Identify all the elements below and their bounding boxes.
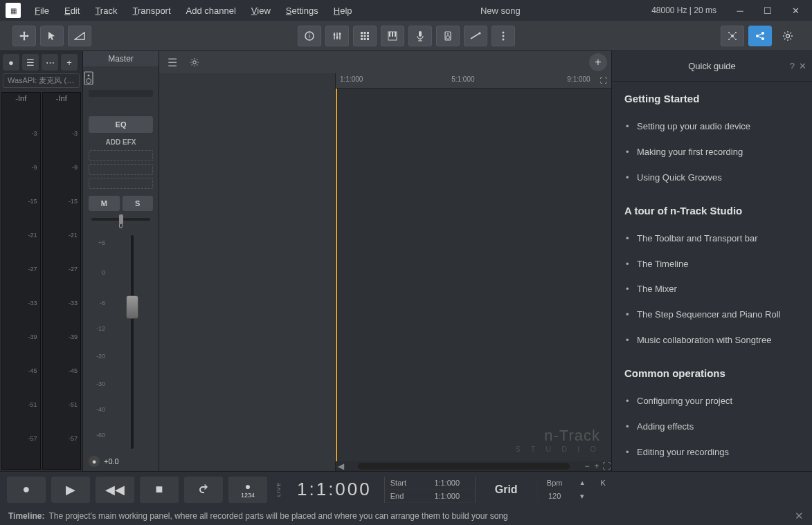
menu-help[interactable]: Help	[327, 3, 359, 19]
bpm-up-button[interactable]: ▲	[572, 477, 593, 490]
zoom-fit-button[interactable]: ⛶	[597, 75, 610, 86]
bpm-value[interactable]: 120	[537, 490, 572, 503]
svg-rect-12	[363, 38, 366, 40]
svg-point-32	[761, 32, 764, 35]
maximize-button[interactable]: ☐	[754, 0, 782, 21]
piano-roll-button[interactable]	[381, 26, 404, 46]
svg-point-2	[333, 33, 335, 35]
start-value[interactable]: 1:1:000	[419, 477, 475, 490]
rewind-button[interactable]: ◀◀	[96, 477, 134, 503]
tracks-settings-button[interactable]	[186, 54, 204, 71]
insert-slot[interactable]	[89, 90, 153, 97]
time-ruler[interactable]: 1:1:000 5:1:000 9:1:000 ⛶	[336, 73, 611, 89]
key-label[interactable]: K	[593, 477, 613, 490]
list-button[interactable]: ☰	[22, 54, 39, 71]
svg-point-23	[502, 31, 504, 33]
master-record-button[interactable]: ●	[89, 456, 100, 467]
menu-track[interactable]: Track	[88, 3, 124, 19]
transport-bar: ● ▶ ◀◀ ■ ●1234 LIVE 1:1:000 Start 1:1:00…	[0, 471, 812, 507]
menu-add-channel[interactable]: Add channel	[179, 3, 243, 19]
guide-title: Quick guide	[688, 61, 736, 71]
zoom-out-h-button[interactable]: −	[582, 461, 592, 471]
add-track-button[interactable]: +	[589, 53, 607, 71]
menu-edit[interactable]: Edit	[57, 3, 87, 19]
guide-close-icon[interactable]: ✕	[799, 61, 806, 71]
record-button[interactable]: ●	[7, 477, 46, 503]
guide-link[interactable]: Adding effects	[624, 414, 800, 440]
svg-point-25	[502, 38, 504, 40]
efx-slot-1[interactable]	[89, 150, 153, 161]
mixer-button[interactable]	[325, 26, 349, 46]
master-label: Master	[83, 51, 159, 66]
audio-device-label[interactable]: WasAPI: 麦克风 (….	[3, 73, 80, 88]
eq-button[interactable]: EQ	[89, 116, 153, 133]
svg-point-34	[786, 34, 790, 37]
draw-tool-button[interactable]	[464, 26, 487, 46]
svg-point-31	[756, 35, 759, 37]
guide-help-icon[interactable]: ?	[790, 61, 795, 71]
horizontal-scrollbar[interactable]	[358, 463, 570, 470]
solo-button[interactable]: S	[123, 196, 154, 211]
guide-link[interactable]: Music collaboration with Songtree	[624, 328, 800, 353]
timeline: 1:1:000 5:1:000 9:1:000 ⛶ n-Track S T U …	[336, 73, 611, 471]
guide-link[interactable]: The Toolbar and Transport bar	[624, 226, 800, 252]
guide-link[interactable]: Configuring your project	[624, 389, 800, 414]
guide-link[interactable]: Setting up your audio device	[624, 114, 800, 140]
play-button[interactable]: ▶	[51, 477, 90, 503]
guide-link[interactable]: The Mixer	[624, 277, 800, 302]
svg-rect-13	[367, 38, 369, 40]
guide-link[interactable]: Making your first recording	[624, 140, 800, 165]
close-button[interactable]: ✕	[782, 0, 809, 21]
share-button[interactable]	[748, 26, 772, 46]
time-display[interactable]: 1:1:000	[290, 479, 379, 500]
info-button[interactable]: i	[298, 26, 321, 46]
timeline-canvas[interactable]: n-Track S T U D I O	[336, 89, 611, 461]
volume-fader[interactable]	[111, 235, 153, 449]
master-channel: Master EQ ADD EFX M S 0 +6 0 -6 -12 -20 …	[83, 51, 159, 471]
mic-button[interactable]	[408, 26, 432, 46]
svg-point-33	[761, 37, 764, 40]
window-title: New song	[361, 6, 641, 16]
step-sequencer-button[interactable]	[353, 26, 377, 46]
quick-guide-panel: Quick guide ? ✕ Getting Started Setting …	[611, 51, 812, 471]
guide-link[interactable]: Setting up a MIDI keyboard	[624, 466, 800, 471]
ai-button[interactable]	[721, 26, 744, 46]
loop-button[interactable]	[184, 477, 223, 503]
more-button[interactable]	[491, 26, 515, 46]
efx-slot-2[interactable]	[89, 164, 153, 175]
pan-slider[interactable]: 0	[83, 215, 159, 232]
guide-link[interactable]: The Step Sequencer and Piano Roll	[624, 302, 800, 328]
settings-gear-button[interactable]	[776, 26, 800, 46]
add-input-button[interactable]: +	[61, 54, 78, 71]
metronome-button[interactable]: ●1234	[228, 477, 267, 503]
status-close-icon[interactable]: ✕	[795, 510, 804, 522]
grid-label[interactable]: Grid	[481, 483, 532, 496]
zoom-fit-h-button[interactable]: ⛶	[602, 461, 611, 471]
svg-rect-9	[363, 35, 366, 37]
tracks-menu-button[interactable]: ☰	[163, 54, 181, 71]
svg-rect-7	[367, 32, 369, 34]
svg-point-20	[446, 35, 449, 39]
mute-button[interactable]: M	[89, 196, 120, 211]
efx-slot-3[interactable]	[89, 178, 153, 189]
options-button[interactable]: ⋯	[42, 54, 58, 71]
stop-button[interactable]: ■	[140, 477, 179, 503]
record-arm-button[interactable]: ●	[3, 54, 19, 71]
move-tool-button[interactable]	[12, 26, 36, 46]
speaker-button[interactable]	[436, 26, 460, 46]
pointer-tool-button[interactable]	[40, 26, 64, 46]
guide-link[interactable]: Using Quick Grooves	[624, 165, 800, 191]
menu-settings[interactable]: Settings	[279, 3, 325, 19]
bpm-dropdown-button[interactable]: ▾	[572, 490, 593, 503]
minimize-button[interactable]: ─	[726, 0, 754, 21]
end-value[interactable]: 1:1:000	[419, 490, 475, 503]
guide-body: Getting Started Setting up your audio de…	[612, 82, 812, 471]
scroll-left-button[interactable]: ◀	[336, 461, 345, 471]
guide-link[interactable]: The Timeline	[624, 252, 800, 277]
fade-tool-button[interactable]	[68, 26, 91, 46]
zoom-in-h-button[interactable]: +	[592, 461, 602, 471]
menu-view[interactable]: View	[244, 3, 278, 19]
guide-link[interactable]: Editing your recordings	[624, 440, 800, 466]
menu-file[interactable]: File	[28, 3, 56, 19]
menu-transport[interactable]: Transport	[125, 3, 177, 19]
